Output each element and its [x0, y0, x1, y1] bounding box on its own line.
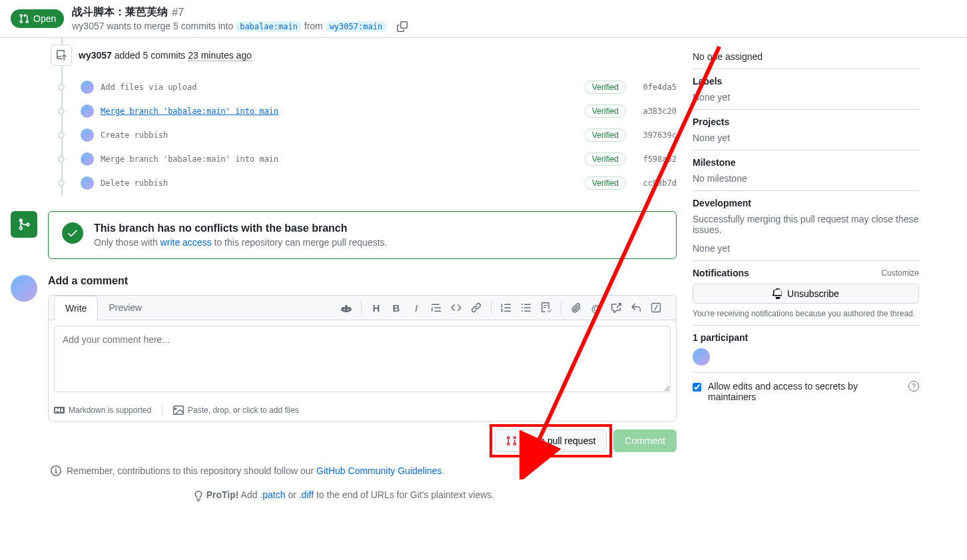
- mention-icon[interactable]: @: [587, 298, 605, 318]
- guidelines-link[interactable]: GitHub Community Guidelines: [316, 465, 442, 476]
- reply-icon[interactable]: [627, 298, 645, 317]
- sidebar-assignees: No one assigned: [693, 45, 919, 69]
- link-icon[interactable]: [467, 298, 485, 317]
- comment-actions: Close pull request Comment: [48, 429, 677, 452]
- commit-row: Create rubbish Verified 397639c: [51, 123, 677, 147]
- sidebar-development: Development Successfully merging this pu…: [693, 191, 919, 261]
- timeline-push-event: wy3057 added 5 commits 23 minutes ago: [51, 45, 677, 66]
- sidebar: No one assigned Labels None yet Projects…: [693, 38, 919, 514]
- info-icon: [51, 465, 61, 476]
- commit-author-avatar[interactable]: [81, 152, 94, 166]
- push-time[interactable]: 23 minutes ago: [188, 50, 252, 61]
- sidebar-notifications: Notifications Customize Unsubscribe You'…: [693, 261, 919, 326]
- state-badge-open: Open: [11, 9, 64, 28]
- copilot-icon[interactable]: [337, 298, 356, 317]
- italic-icon[interactable]: I: [407, 298, 426, 318]
- commit-author-avatar[interactable]: [81, 105, 94, 118]
- commit-sha[interactable]: 0fe4da5: [637, 83, 677, 92]
- git-merge-icon: [11, 211, 37, 238]
- image-icon: [173, 405, 184, 416]
- base-branch[interactable]: babalae:main: [236, 21, 302, 32]
- sidebar-milestone: Milestone No milestone: [693, 150, 919, 191]
- patch-link[interactable]: .patch: [260, 489, 285, 500]
- allow-edits-checkbox[interactable]: [693, 383, 701, 392]
- bold-icon[interactable]: B: [387, 298, 406, 318]
- copy-icon[interactable]: [397, 21, 408, 32]
- new-comment-section: Add a comment Write Preview H B I: [11, 275, 677, 452]
- commit-sha[interactable]: a383c20: [637, 107, 677, 116]
- heading-icon[interactable]: H: [367, 298, 386, 318]
- commit-author-avatar[interactable]: [81, 129, 94, 142]
- comment-toolbar: H B I @: [337, 298, 671, 318]
- commit-author-avatar[interactable]: [81, 81, 94, 94]
- unordered-list-icon[interactable]: [517, 298, 535, 317]
- participant-avatar[interactable]: [693, 348, 710, 366]
- commit-dot: [58, 108, 65, 115]
- tab-preview[interactable]: Preview: [98, 296, 153, 320]
- unsubscribe-button[interactable]: Unsubscribe: [693, 284, 919, 304]
- commit-message[interactable]: Merge branch 'babalae:main' into main: [101, 154, 585, 164]
- pr-header: Open 战斗脚本：莱芭芙纳 #7 wy3057 wants to merge …: [0, 0, 967, 38]
- git-pull-request-closed-icon: [506, 435, 517, 446]
- merge-description: Only those with write access to this rep…: [94, 237, 387, 248]
- comment-heading: Add a comment: [48, 275, 677, 287]
- diff-link[interactable]: .diff: [299, 489, 314, 500]
- markdown-icon: [54, 405, 65, 416]
- commit-message[interactable]: Merge branch 'babalae:main' into main: [101, 107, 585, 116]
- ordered-list-icon[interactable]: [497, 298, 515, 317]
- code-icon[interactable]: [447, 298, 466, 317]
- pr-number: #7: [172, 7, 184, 19]
- sidebar-participants: 1 participant: [693, 326, 919, 373]
- commit-row: Delete rubbish Verified cc98b7d: [51, 171, 677, 195]
- main-content: wy3057 added 5 commits 23 minutes ago Ad…: [11, 38, 677, 514]
- verified-badge[interactable]: Verified: [585, 81, 626, 94]
- pro-tip: ProTip! Add .patch or .diff to the end o…: [11, 489, 677, 514]
- commit-row: Merge branch 'babalae:main' into main Ve…: [51, 147, 677, 171]
- commit-message[interactable]: Create rubbish: [101, 131, 585, 140]
- git-pull-request-icon: [19, 13, 29, 24]
- customize-link[interactable]: Customize: [881, 268, 919, 278]
- mergeability-section: This branch has no conflicts with the ba…: [11, 211, 677, 259]
- repo-push-icon: [51, 45, 72, 66]
- check-circle-icon: [62, 222, 83, 244]
- question-icon[interactable]: ?: [908, 381, 919, 392]
- commit-list: Add files via upload Verified 0fe4da5 Me…: [51, 75, 677, 195]
- state-label: Open: [33, 13, 56, 24]
- task-list-icon[interactable]: [537, 298, 555, 317]
- comment-textarea[interactable]: [54, 326, 671, 392]
- sidebar-projects: Projects None yet: [693, 110, 919, 150]
- comment-button[interactable]: Comment: [613, 429, 677, 452]
- write-access-link[interactable]: write access: [161, 237, 212, 248]
- pr-author[interactable]: wy3057: [72, 21, 104, 31]
- slash-commands-icon[interactable]: [647, 298, 665, 317]
- commit-sha[interactable]: f598a62: [637, 154, 677, 164]
- attach-icon[interactable]: [567, 298, 585, 317]
- markdown-supported[interactable]: Markdown is supported: [54, 405, 151, 416]
- verified-badge[interactable]: Verified: [585, 176, 626, 190]
- allow-edits-row: Allow edits and access to secrets by mai…: [693, 373, 919, 410]
- contributing-note: Remember, contributions to this reposito…: [51, 465, 677, 476]
- commit-sha[interactable]: 397639c: [637, 131, 677, 140]
- verified-badge[interactable]: Verified: [585, 152, 626, 166]
- commit-author-avatar[interactable]: [81, 176, 94, 190]
- pr-meta: wy3057 wants to merge 5 commits into bab…: [72, 21, 407, 32]
- attach-files[interactable]: Paste, drop, or click to add files: [173, 405, 299, 416]
- bell-slash-icon: [773, 288, 783, 299]
- commit-dot: [58, 132, 65, 139]
- comment-footer: Markdown is supported Paste, drop, or cl…: [49, 400, 676, 421]
- cross-reference-icon[interactable]: [607, 298, 625, 317]
- commit-message[interactable]: Add files via upload: [101, 83, 585, 92]
- push-author[interactable]: wy3057: [79, 50, 112, 61]
- tab-write[interactable]: Write: [54, 296, 98, 320]
- commit-message[interactable]: Delete rubbish: [101, 178, 585, 188]
- sidebar-labels: Labels None yet: [693, 69, 919, 110]
- head-branch[interactable]: wy3057:main: [326, 21, 386, 32]
- quote-icon[interactable]: [427, 298, 446, 317]
- close-pull-request-button[interactable]: Close pull request: [495, 429, 607, 452]
- verified-badge[interactable]: Verified: [585, 105, 626, 118]
- merge-title: This branch has no conflicts with the ba…: [94, 222, 387, 234]
- commit-row: Merge branch 'babalae:main' into main Ve…: [51, 99, 677, 123]
- commit-sha[interactable]: cc98b7d: [637, 178, 677, 188]
- user-avatar[interactable]: [11, 275, 37, 302]
- verified-badge[interactable]: Verified: [585, 129, 626, 142]
